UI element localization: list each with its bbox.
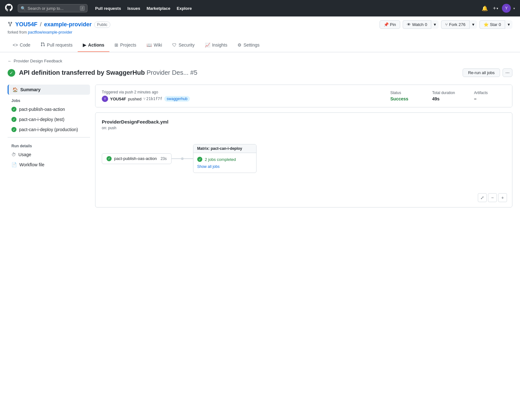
chevron-down-icon: ▾: [497, 7, 498, 10]
repo-owner[interactable]: YOU54F: [15, 21, 37, 28]
home-icon: 🏠: [12, 87, 18, 92]
artifacts-value: –: [474, 96, 506, 101]
nav-marketplace[interactable]: Marketplace: [144, 4, 173, 13]
code-icon: <>: [13, 42, 18, 48]
tab-insights-label: Insights: [212, 42, 227, 48]
run-title-light: Provider Des... #5: [146, 69, 197, 76]
workflow-file-icon: 📄: [11, 162, 17, 167]
fork-dropdown[interactable]: ▾: [469, 20, 477, 29]
projects-icon: ⊞: [114, 42, 118, 48]
job-1-success-icon: ✓: [11, 107, 16, 112]
tab-wiki[interactable]: 📖 Wiki: [141, 38, 167, 52]
watch-dropdown[interactable]: ▾: [431, 20, 439, 29]
avatar[interactable]: Y: [502, 4, 511, 13]
run-status-success-icon: ✓: [8, 69, 15, 77]
run-title: API definition transferred by SwaggerHub…: [19, 69, 459, 76]
ellipsis-icon: ⋯: [505, 70, 510, 75]
actions-icon: ▶: [83, 42, 86, 48]
star-icon: ⭐: [484, 22, 489, 27]
workflow-graph: ✓ pact-publish-oas-action 23s Matrix: pa…: [102, 138, 506, 179]
repo-tabs: <> Code Pull requests ▶ Actions ⊞ Projec…: [8, 38, 512, 52]
insights-icon: 📈: [205, 42, 210, 48]
watch-button[interactable]: 👁 Watch 0: [403, 20, 431, 29]
tab-wiki-label: Wiki: [154, 42, 162, 48]
nav-issues[interactable]: Issues: [125, 4, 143, 13]
sidebar-item-usage[interactable]: ⏱ Usage: [8, 150, 90, 160]
tab-code[interactable]: <> Code: [8, 38, 36, 52]
zoom-out-button[interactable]: −: [488, 193, 497, 202]
status-label: Status: [390, 91, 422, 95]
jobs-section-title: Jobs: [8, 95, 90, 104]
trigger-actor: YOU54F: [110, 97, 126, 101]
show-all-jobs-link[interactable]: Show all jobs: [197, 164, 252, 169]
run-title-row: ✓ API definition transferred by SwaggerH…: [8, 68, 512, 77]
notification-button[interactable]: 🔔: [480, 4, 489, 13]
sidebar-item-job-1[interactable]: ✓ pact-publish-oas-action: [8, 104, 90, 114]
pin-icon: 📌: [384, 22, 389, 27]
job-3-label: pact-can-i-deploy (production): [19, 127, 78, 132]
pin-label: Pin: [390, 22, 396, 27]
fork-button[interactable]: ⑂ Fork 276: [441, 20, 469, 29]
tab-settings-label: Settings: [244, 42, 260, 48]
job-node-1[interactable]: ✓ pact-publish-oas-action 23s: [102, 153, 172, 164]
sidebar-item-job-2[interactable]: ✓ pact-can-i-deploy (test): [8, 114, 90, 124]
matrix-box-body: ✓ 2 jobs completed Show all jobs: [193, 153, 256, 173]
connector: [172, 157, 193, 160]
star-button[interactable]: ⭐ Star 0: [479, 20, 505, 29]
new-item-button[interactable]: + ▾: [492, 4, 499, 12]
usage-icon: ⏱: [11, 152, 16, 157]
job-3-success-icon: ✓: [11, 127, 16, 132]
connector-dot: [181, 157, 184, 160]
tab-projects[interactable]: ⊞ Projects: [109, 38, 141, 52]
run-details-section-title: Run details: [8, 140, 90, 150]
tab-insights[interactable]: 📈 Insights: [200, 38, 232, 52]
more-options-button[interactable]: ⋯: [503, 68, 512, 77]
run-duration-section: Total duration 49s: [432, 91, 464, 101]
sidebar-summary-label: Summary: [20, 87, 41, 92]
nav-explore[interactable]: Explore: [174, 4, 194, 13]
trigger-label: Triggered via push 2 minutes ago: [102, 90, 380, 94]
workflow-filename: ProviderDesignFeedback.yml: [102, 119, 506, 124]
forked-from-link[interactable]: pactflow/example-provider: [28, 30, 72, 35]
commit-hash-text: 21b1f7f: [146, 97, 162, 101]
repo-title-row: YOU54F / example-provider Public 📌 Pin 👁…: [8, 20, 512, 29]
pin-button[interactable]: 📌 Pin: [380, 20, 400, 29]
run-info-row: Triggered via push 2 minutes ago Y YOU54…: [95, 85, 512, 107]
sidebar-item-workflow-file[interactable]: 📄 Workflow file: [8, 160, 90, 170]
matrix-box: Matrix: pact-can-i-deploy ✓ 2 jobs compl…: [193, 144, 257, 173]
sidebar-item-summary[interactable]: 🏠 Summary: [8, 85, 90, 95]
page-content: ← Provider Design Feedback ✓ API definit…: [0, 52, 520, 214]
eye-icon: 👁: [407, 22, 411, 27]
rerun-all-jobs-button[interactable]: Re-run all jobs: [463, 68, 500, 77]
breadcrumb[interactable]: ← Provider Design Feedback: [8, 59, 512, 63]
run-actions: Re-run all jobs ⋯: [463, 68, 512, 77]
repo-header: YOU54F / example-provider Public 📌 Pin 👁…: [0, 16, 520, 52]
tab-pull-requests[interactable]: Pull requests: [36, 38, 78, 52]
search-icon: 🔍: [21, 6, 26, 11]
tab-security[interactable]: 🛡 Security: [167, 38, 200, 52]
watch-label: Watch: [412, 22, 424, 27]
sidebar-item-job-3[interactable]: ✓ pact-can-i-deploy (production): [8, 124, 90, 135]
chevron-down-icon: ▾: [513, 7, 515, 10]
tab-code-label: Code: [20, 42, 30, 48]
fork-icon: ⑂: [445, 22, 448, 27]
job-node-1-label: pact-publish-oas-action: [114, 156, 157, 161]
tab-settings[interactable]: ⚙ Settings: [232, 38, 265, 52]
nav-pull-requests[interactable]: Pull requests: [93, 4, 124, 13]
star-dropdown[interactable]: ▾: [505, 20, 512, 29]
search-shortcut: /: [80, 6, 85, 11]
tab-actions[interactable]: ▶ Actions: [78, 38, 109, 52]
run-info-card: Triggered via push 2 minutes ago Y YOU54…: [95, 85, 512, 107]
star-count: 0: [499, 22, 501, 27]
github-logo[interactable]: [5, 4, 13, 13]
repo-actions: 📌 Pin 👁 Watch 0 ▾ ⑂ Fork 276 ▾: [380, 20, 512, 29]
tab-security-label: Security: [179, 42, 195, 48]
main-layout: 🏠 Summary Jobs ✓ pact-publish-oas-action…: [8, 85, 512, 207]
job-2-label: pact-can-i-deploy (test): [19, 117, 64, 122]
zoom-expand-button[interactable]: ⤢: [478, 193, 487, 202]
search-input[interactable]: 🔍 Search or jump to... /: [18, 4, 88, 12]
repo-name[interactable]: example-provider: [44, 21, 92, 28]
settings-icon: ⚙: [237, 42, 242, 48]
zoom-controls: ⤢ − +: [478, 193, 507, 202]
zoom-in-button[interactable]: +: [498, 193, 507, 202]
